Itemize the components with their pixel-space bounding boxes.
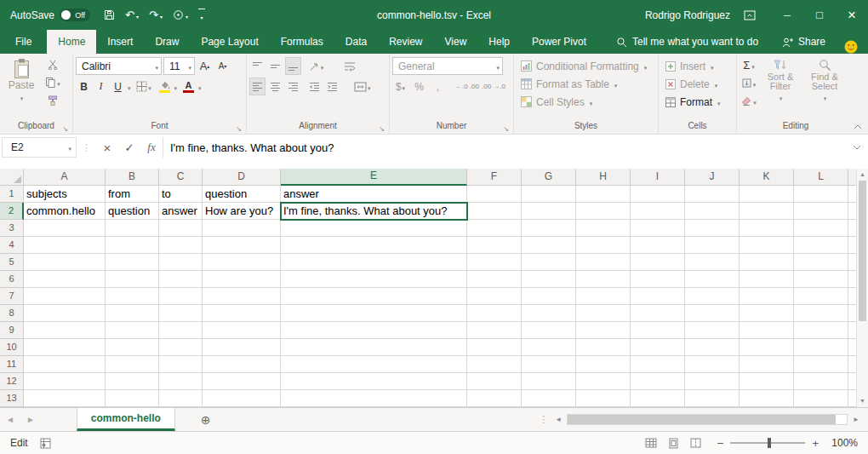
cancel-button[interactable]: [96, 141, 118, 155]
cell-I4[interactable]: [631, 237, 685, 254]
cell-D1[interactable]: question: [203, 186, 281, 203]
decrease-font-size-button[interactable]: [214, 57, 231, 75]
cell-F5[interactable]: [467, 254, 522, 271]
cell-J13[interactable]: [685, 390, 740, 407]
sheet-nav-next-button[interactable]: [20, 408, 41, 431]
horizontal-scroll-thumb[interactable]: [568, 415, 836, 424]
cell-L11[interactable]: [794, 356, 848, 373]
top-align-button[interactable]: [249, 57, 266, 75]
cell-L6[interactable]: [794, 271, 848, 288]
italic-button[interactable]: I: [93, 78, 109, 95]
bold-button[interactable]: B: [76, 78, 92, 95]
cell-C8[interactable]: [159, 305, 203, 322]
zoom-slider[interactable]: [730, 442, 805, 444]
accounting-format-button[interactable]: $: [392, 78, 408, 95]
cell-L2[interactable]: [794, 203, 848, 220]
cell-L5[interactable]: [794, 254, 848, 271]
cell-B9[interactable]: [106, 322, 159, 339]
autosum-button[interactable]: Σ: [740, 56, 758, 74]
cell-B8[interactable]: [106, 305, 159, 322]
cell-B12[interactable]: [106, 373, 159, 390]
cell-G12[interactable]: [522, 373, 576, 390]
column-header-H[interactable]: H: [576, 169, 631, 186]
cell-E9[interactable]: [281, 322, 467, 339]
feedback-smiley-button[interactable]: [844, 40, 858, 54]
cell-H5[interactable]: [576, 254, 631, 271]
cell-J6[interactable]: [685, 271, 740, 288]
cell-G2[interactable]: [522, 203, 576, 220]
comma-style-button[interactable]: ,: [430, 78, 446, 95]
cell-L3[interactable]: [794, 220, 848, 237]
cell-F8[interactable]: [467, 305, 522, 322]
cell-K2[interactable]: [740, 203, 794, 220]
row-header-1[interactable]: 1: [0, 186, 24, 203]
new-sheet-button[interactable]: [201, 408, 211, 431]
cell-L7[interactable]: [794, 288, 848, 305]
tell-me-box[interactable]: Tell me what you want to do: [616, 30, 758, 54]
cell-F13[interactable]: [467, 390, 522, 407]
row-header-12[interactable]: 12: [0, 373, 24, 390]
align-right-button[interactable]: [285, 78, 301, 95]
cell-C3[interactable]: [159, 220, 203, 237]
tab-home[interactable]: Home: [47, 30, 96, 54]
cell-G4[interactable]: [522, 237, 576, 254]
cell-E12[interactable]: [281, 373, 467, 390]
cell-I6[interactable]: [631, 271, 685, 288]
bottom-align-button[interactable]: [285, 57, 301, 75]
cell-M4[interactable]: [848, 237, 856, 254]
cut-button[interactable]: [43, 55, 62, 73]
cell-M13[interactable]: [848, 390, 856, 407]
cell-I9[interactable]: [631, 322, 685, 339]
cell-B11[interactable]: [106, 356, 159, 373]
scroll-left-button[interactable]: [551, 416, 565, 423]
cell-B10[interactable]: [106, 339, 159, 356]
cell-L12[interactable]: [794, 373, 848, 390]
delete-cells-button[interactable]: Delete: [661, 75, 734, 93]
cell-D12[interactable]: [203, 373, 281, 390]
sort-filter-button[interactable]: Sort & Filter: [758, 56, 802, 119]
number-dialog-launcher[interactable]: [501, 123, 511, 132]
column-header-F[interactable]: F: [467, 169, 522, 186]
format-as-table-button[interactable]: Format as Table: [517, 75, 655, 93]
enter-button[interactable]: [118, 141, 140, 154]
tab-file[interactable]: File: [0, 30, 47, 54]
cell-K13[interactable]: [740, 390, 794, 407]
row-header-8[interactable]: 8: [0, 305, 24, 322]
cell-H13[interactable]: [576, 390, 631, 407]
cell-A10[interactable]: [24, 339, 106, 356]
cell-F3[interactable]: [467, 220, 522, 237]
cell-C11[interactable]: [159, 356, 203, 373]
cell-H2[interactable]: [576, 203, 631, 220]
cell-M1[interactable]: [848, 186, 856, 203]
cell-I11[interactable]: [631, 356, 685, 373]
cell-A2[interactable]: common.hello: [24, 203, 106, 220]
cell-C5[interactable]: [159, 254, 203, 271]
cell-C13[interactable]: [159, 390, 203, 407]
cell-M9[interactable]: [848, 322, 856, 339]
cell-L9[interactable]: [794, 322, 848, 339]
cell-D2[interactable]: How are you?: [203, 203, 281, 220]
cell-C1[interactable]: to: [159, 186, 203, 203]
row-header-13[interactable]: 13: [0, 390, 24, 407]
cell-I5[interactable]: [631, 254, 685, 271]
cell-E2[interactable]: I'm fine, thanks. What about you?: [281, 203, 467, 220]
expand-formula-bar-button[interactable]: [848, 137, 866, 158]
cell-I13[interactable]: [631, 390, 685, 407]
cell-J3[interactable]: [685, 220, 740, 237]
cell-E6[interactable]: [281, 271, 467, 288]
page-layout-view-button[interactable]: [665, 435, 681, 451]
insert-cells-button[interactable]: Insert: [661, 57, 734, 75]
row-header-9[interactable]: 9: [0, 322, 24, 339]
cell-E13[interactable]: [281, 390, 467, 407]
column-header-E[interactable]: E: [281, 169, 467, 186]
cell-K3[interactable]: [740, 220, 794, 237]
cell-D4[interactable]: [203, 237, 281, 254]
align-left-button[interactable]: [249, 78, 266, 95]
conditional-formatting-button[interactable]: Conditional Formatting: [517, 57, 655, 75]
cell-M8[interactable]: [848, 305, 856, 322]
record-macro-button[interactable]: [40, 438, 51, 449]
zoom-level[interactable]: 100%: [827, 437, 858, 449]
tab-insert[interactable]: Insert: [96, 30, 144, 54]
row-header-4[interactable]: 4: [0, 237, 24, 254]
row-header-2[interactable]: 2: [0, 203, 24, 220]
